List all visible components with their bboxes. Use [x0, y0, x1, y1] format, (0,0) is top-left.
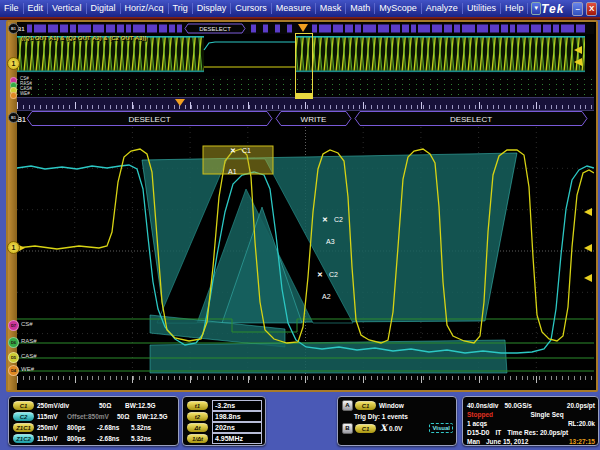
acq-value: D15-D0: [467, 429, 489, 436]
marker-label-c2-4: C2: [329, 271, 338, 278]
menu-item-vertical[interactable]: Vertical: [48, 3, 87, 14]
menu-item-mask[interactable]: Mask: [316, 3, 347, 14]
main-digital-badge-cs[interactable]: D7: [8, 320, 19, 331]
main-digital-label-we: WE#: [21, 366, 34, 373]
close-button[interactable]: X: [586, 2, 597, 16]
bus-busy-segment: [177, 25, 182, 33]
bus-busy-segment: [576, 25, 585, 33]
channel-readout-row-z1c1: Z1C1250mV800ps-2.68ns5.32ns: [13, 422, 175, 432]
acquisition-readout-box[interactable]: 40.0ns/div50.0GS/s20.0ps/ptStoppedSingle…: [462, 396, 599, 446]
badge-z1c1: Z1C1: [13, 423, 34, 432]
main-bus-row: B1DESELECTWRITEDESELECT: [17, 110, 594, 127]
bus-busy-segment: [93, 25, 104, 33]
trigger-readout-box[interactable]: A C1 Window Trig Dly: 1 events B C1 X 0.…: [337, 396, 457, 446]
readout-value: 800ps: [67, 435, 97, 442]
readout-value: 50Ω: [117, 413, 137, 420]
cursor-cross-2[interactable]: ✕: [322, 216, 328, 223]
acq-value: June 15, 2012: [486, 438, 528, 445]
acq-value: Single Seq: [530, 411, 563, 418]
badge-c1: C1: [13, 401, 34, 410]
menu-item-display[interactable]: Display: [193, 3, 232, 14]
trigger-a-chip: A: [342, 400, 353, 411]
bus-busy-segment: [510, 25, 515, 33]
oscilloscope-app: { "window": {"logo": "Tek", "minimize": …: [0, 0, 600, 450]
overview-b1-badge: B1: [8, 23, 19, 34]
cursor-row-t: Δt202ns: [187, 422, 262, 432]
acq-value: Stopped: [467, 411, 493, 418]
cursor-cross-4[interactable]: ✕: [317, 271, 323, 278]
menu-item-edit[interactable]: Edit: [24, 3, 49, 14]
minimize-button[interactable]: –: [572, 2, 583, 16]
bus-busy-segment: [517, 25, 529, 33]
bus-busy-segment: [553, 25, 559, 33]
readout-value: 115mV: [37, 435, 67, 442]
mask-band-2: [150, 340, 507, 373]
readout-value: 250mV: [37, 424, 67, 431]
readout-value: -2.68ns: [97, 435, 131, 442]
bus-busy-segment: [391, 25, 400, 33]
main-digital-badge-cas[interactable]: D5: [8, 352, 19, 363]
bus-busy-segment: [378, 25, 389, 33]
menu-more-button[interactable]: ▼: [531, 2, 541, 15]
cursor-cross-0[interactable]: ✕: [230, 147, 236, 154]
menu-item-myscope[interactable]: MyScope: [375, 3, 422, 14]
zoom-window-box[interactable]: [295, 33, 313, 99]
bus-busy-segment: [27, 25, 32, 33]
bus-busy-segment: [169, 25, 175, 33]
main-digital-badge-we[interactable]: D4: [8, 365, 19, 376]
menu-item-utilities[interactable]: Utilities: [463, 3, 501, 14]
acq-value: 40.0ns/div: [467, 402, 498, 409]
menu-item-horiz-acq[interactable]: Horiz/Acq: [121, 3, 169, 14]
bus-busy-segment: [345, 25, 353, 33]
cursor-row-t1: t1-3.2ns: [187, 400, 262, 410]
acq-value: Man: [467, 438, 480, 445]
badge-1-t: 1/Δt: [187, 434, 208, 443]
menu-item-measure[interactable]: Measure: [272, 3, 316, 14]
menu-item-digital[interactable]: Digital: [87, 3, 121, 14]
trigger-a-mode: Window: [379, 402, 404, 409]
trigger-a-source-badge: C1: [355, 401, 376, 410]
bus-deselect-text: DESELECT: [199, 26, 231, 32]
cursor-readout-box[interactable]: t1-3.2nst2198.8nsΔt202ns1/Δt4.95MHz: [182, 396, 266, 446]
bus-busy-segment: [561, 25, 574, 33]
trigger-b-source-badge: C1: [355, 424, 376, 433]
badge-c2: C2: [13, 412, 34, 421]
bus-busy-segment: [48, 25, 58, 33]
cursor-row-t2: t2198.8ns: [187, 411, 262, 421]
cursor-value-t1: -3.2ns: [212, 400, 262, 411]
c1-highlight-box[interactable]: [203, 146, 273, 174]
menu-item-help[interactable]: Help: [501, 3, 529, 14]
bus-busy-segment: [411, 25, 416, 33]
bus-busy-segment: [34, 25, 46, 33]
main-digital-label-cas: CAS#: [21, 353, 37, 360]
overview-channel1-badge[interactable]: 1: [7, 57, 20, 70]
main-channel1-badge[interactable]: 1: [7, 241, 20, 254]
channel-readout-row-z1c2: Z1C2115mV800ps-2.68ns5.32ns: [13, 433, 175, 443]
menu-item-trig[interactable]: Trig: [169, 3, 193, 14]
main-digital-label-ras: RAS#: [21, 338, 37, 345]
cursor-value-t2: 198.8ns: [212, 411, 262, 422]
bus-busy-segment: [133, 25, 145, 33]
bus-busy-segment: [147, 25, 157, 33]
overview-cyan-flat: [204, 42, 295, 50]
channel-readout-box[interactable]: C1250mV/div50ΩBW:12.5GC2115mVOffset:850m…: [8, 396, 179, 446]
menu-bar: FileEditVerticalDigitalHoriz/AcqTrigDisp…: [0, 0, 600, 17]
cursor-value-t: 202ns: [212, 422, 262, 433]
menu-item-analyze[interactable]: Analyze: [422, 3, 463, 14]
readout-value: -2.68ns: [97, 424, 131, 431]
trigger-delay: Trig Dly: 1 events: [354, 413, 408, 420]
readout-value: 50Ω: [99, 402, 125, 409]
bus-expression-label: ((Q1 OUT A1) & (Q2 OUT A2) & (C2 OUT A3)…: [21, 35, 146, 41]
bus-busy-segment: [70, 25, 76, 33]
bus-busy-segment: [60, 25, 68, 33]
bus-busy-segment: [333, 25, 343, 33]
bus-busy-segment: [501, 25, 508, 33]
acq-value: RL:20.0k: [568, 420, 595, 427]
visual-trigger-button[interactable]: Visual: [429, 423, 453, 433]
menu-item-file[interactable]: File: [0, 3, 24, 14]
trigger-position-marker[interactable]: [175, 99, 185, 106]
main-digital-badge-ras[interactable]: D6: [8, 337, 19, 348]
bus-busy-segment: [263, 25, 268, 33]
menu-item-cursors[interactable]: Cursors: [231, 3, 272, 14]
menu-item-math[interactable]: Math: [346, 3, 375, 14]
